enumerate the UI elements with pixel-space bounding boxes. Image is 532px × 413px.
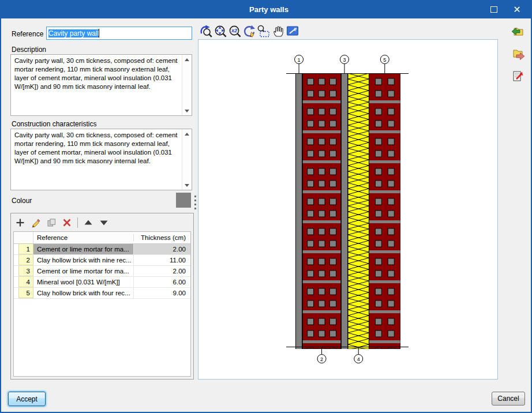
add-layer-button[interactable] xyxy=(14,217,26,228)
import-from-library-icon xyxy=(511,24,526,39)
table-row[interactable]: 1Cement or lime mortar for ma...2.00 xyxy=(14,244,190,255)
zoom-window-icon xyxy=(257,24,271,38)
layers-table: Reference Thickness (cm) 1Cement or lime… xyxy=(13,231,191,377)
row-number[interactable]: 4 xyxy=(18,277,33,287)
description-label: Description xyxy=(12,46,46,54)
export-document-button[interactable] xyxy=(510,69,526,84)
reference-value: Cavity party wall xyxy=(48,29,99,37)
reference-input[interactable]: Cavity party wall xyxy=(46,27,192,40)
zoom-window-button[interactable] xyxy=(257,24,271,38)
description-textarea[interactable]: Cavity party wall, 30 cm tickness, compo… xyxy=(10,54,192,116)
side-toolbar xyxy=(510,24,526,84)
table-row[interactable]: 5Clay hollow brick with four rec...9.00 xyxy=(14,288,190,299)
delete-icon xyxy=(62,217,72,228)
table-row[interactable]: 4Mineral wool [0.031 W/[mK]]6.00 xyxy=(14,277,190,288)
party-walls-dialog: Party walls ✕ Reference Cavity party wal… xyxy=(0,0,532,413)
redraw-button[interactable] xyxy=(242,24,256,38)
window-title: Party walls xyxy=(55,5,482,14)
row-gutter xyxy=(14,277,18,287)
wall-section-drawing: 12345 xyxy=(198,40,497,379)
layers-toolbar xyxy=(14,215,110,230)
panel-splitter-handle[interactable] xyxy=(194,196,196,211)
layer-thickness-cell[interactable]: 9.00 xyxy=(134,288,190,298)
construction-label: Construction characteristics xyxy=(12,120,96,128)
export-to-library-button[interactable] xyxy=(510,47,526,62)
row-gutter xyxy=(14,288,18,298)
scroll-down-button[interactable] xyxy=(182,106,192,115)
header-reference: Reference xyxy=(33,234,134,241)
svg-text:1: 1 xyxy=(298,57,301,63)
table-row[interactable]: 2Clay hollow brick with nine rec...11.00 xyxy=(14,255,190,266)
zoom-x2-icon: x2 xyxy=(228,24,242,38)
close-icon: ✕ xyxy=(513,4,520,15)
copy-layer-button[interactable] xyxy=(46,217,57,228)
description-text: Cavity party wall, 30 cm tickness, compo… xyxy=(11,55,182,115)
svg-text:x2: x2 xyxy=(231,28,237,33)
header-corner xyxy=(14,232,33,243)
import-from-library-button[interactable] xyxy=(510,24,526,39)
copy-icon xyxy=(46,217,57,228)
edit-layer-button[interactable] xyxy=(30,217,42,228)
layer-thickness-cell[interactable]: 6.00 xyxy=(134,277,190,287)
zoom-x2-button[interactable]: x2 xyxy=(228,24,242,38)
layer-reference-cell[interactable]: Clay hollow brick with four rec... xyxy=(33,288,134,298)
layers-rows: 1Cement or lime mortar for ma...2.002Cla… xyxy=(14,244,190,299)
row-number[interactable]: 3 xyxy=(18,266,33,276)
zoom-previous-icon xyxy=(199,24,213,38)
delete-layer-button[interactable] xyxy=(61,217,73,228)
arrow-down-icon xyxy=(185,184,189,187)
row-number[interactable]: 5 xyxy=(18,288,33,298)
scroll-down-button[interactable] xyxy=(182,181,192,190)
colour-swatch[interactable] xyxy=(176,193,191,208)
arrow-up-icon xyxy=(185,133,189,136)
table-header: Reference Thickness (cm) xyxy=(14,232,190,244)
layer-reference-cell[interactable]: Cement or lime mortar for ma... xyxy=(33,244,134,254)
row-number[interactable]: 2 xyxy=(18,255,33,265)
text-caret xyxy=(99,29,99,37)
move-layer-down-button[interactable] xyxy=(98,217,110,228)
construction-scrollbar[interactable] xyxy=(182,129,192,190)
close-button[interactable]: ✕ xyxy=(505,2,529,17)
export-document-icon xyxy=(511,69,526,84)
view-toolbar: x2 xyxy=(199,24,299,38)
toolbar-separator xyxy=(77,217,78,228)
scroll-up-button[interactable] xyxy=(182,129,192,138)
edit-icon xyxy=(31,217,41,228)
redraw-icon xyxy=(242,24,256,38)
row-number[interactable]: 1 xyxy=(18,244,33,254)
svg-text:3: 3 xyxy=(343,57,346,63)
svg-text:5: 5 xyxy=(383,57,386,63)
layer-thickness-cell[interactable]: 2.00 xyxy=(134,266,190,276)
layer-thickness-cell[interactable]: 2.00 xyxy=(134,244,190,254)
layer-reference-cell[interactable]: Clay hollow brick with nine rec... xyxy=(33,255,134,265)
export-to-library-icon xyxy=(511,47,526,62)
layers-groupbox: Reference Thickness (cm) 1Cement or lime… xyxy=(10,213,194,380)
move-layer-up-button[interactable] xyxy=(83,217,94,228)
row-gutter xyxy=(14,255,18,265)
scroll-up-button[interactable] xyxy=(182,55,192,64)
construction-textarea[interactable]: Cavity party wall, 30 cm tickness, compo… xyxy=(10,129,192,190)
pan-button[interactable] xyxy=(271,24,285,38)
accept-button[interactable]: Accept xyxy=(8,392,46,406)
table-row[interactable]: 3Cement or lime mortar for ma...2.00 xyxy=(14,266,190,277)
row-gutter xyxy=(14,266,18,276)
wall-drawing-viewport[interactable]: 12345 xyxy=(198,39,498,380)
cancel-button[interactable]: Cancel xyxy=(492,392,525,406)
full-window-button[interactable] xyxy=(286,24,299,38)
arrow-down-icon xyxy=(185,110,189,112)
zoom-previous-button[interactable] xyxy=(199,24,213,38)
layer-reference-cell[interactable]: Mineral wool [0.031 W/[mK]] xyxy=(33,277,134,287)
reference-label: Reference xyxy=(12,30,43,38)
zoom-extents-icon xyxy=(213,24,227,38)
colour-label: Colour xyxy=(12,197,32,205)
titlebar: Party walls ✕ xyxy=(0,0,532,18)
layer-reference-cell[interactable]: Cement or lime mortar for ma... xyxy=(33,266,134,276)
description-scrollbar[interactable] xyxy=(182,55,192,115)
full-window-icon xyxy=(286,24,299,38)
construction-text: Cavity party wall, 30 cm tickness, compo… xyxy=(11,129,182,190)
header-thickness: Thickness (cm) xyxy=(134,234,190,241)
add-icon xyxy=(15,217,25,228)
maximize-button[interactable] xyxy=(482,2,505,17)
layer-thickness-cell[interactable]: 11.00 xyxy=(134,255,190,265)
zoom-extents-button[interactable] xyxy=(213,24,227,38)
